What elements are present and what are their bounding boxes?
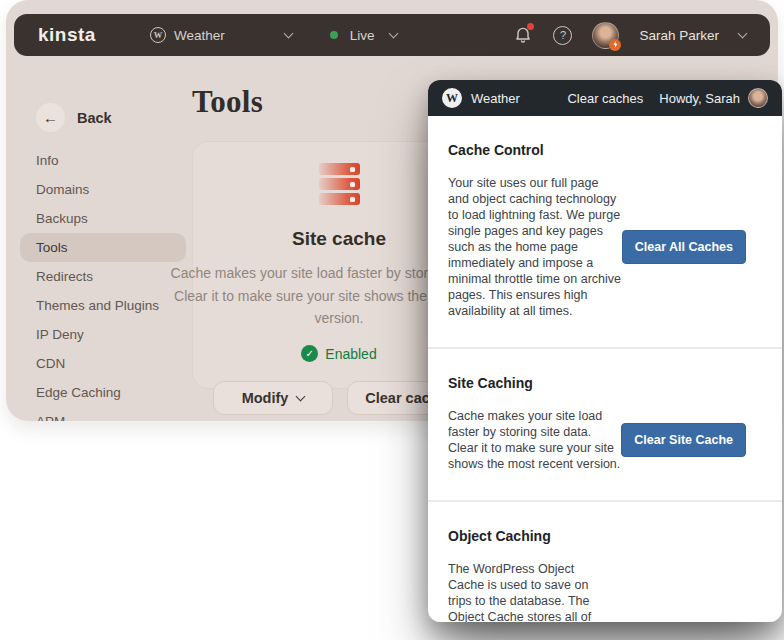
wp-clear-caches-menu[interactable]: Clear caches: [567, 91, 643, 106]
chevron-down-icon: [296, 392, 306, 402]
help-button[interactable]: ?: [553, 26, 572, 45]
site-switcher[interactable]: W Weather: [150, 27, 292, 43]
chevron-down-icon[interactable]: [738, 29, 748, 39]
back-arrow-icon: ←: [36, 103, 65, 132]
chevron-down-icon: [389, 29, 399, 39]
environment-switcher[interactable]: Live: [330, 28, 398, 43]
live-status-dot: [330, 31, 338, 39]
wp-greeting[interactable]: Howdy, Sarah: [659, 91, 740, 106]
user-name: Sarah Parker: [639, 28, 719, 43]
site-caching-section: Site Caching Cache makes your site load …: [428, 347, 782, 500]
check-icon: ✓: [301, 345, 318, 362]
page-title: Tools: [192, 84, 263, 120]
cache-control-section: Cache Control Your site uses our full pa…: [428, 116, 782, 347]
chevron-down-icon: [283, 29, 293, 39]
sidebar-item-cdn[interactable]: CDN: [20, 349, 186, 378]
status-label: Enabled: [325, 346, 376, 362]
section-title: Object Caching: [448, 528, 762, 544]
card-title: Site cache: [292, 228, 386, 250]
sidebar-item-backups[interactable]: Backups: [20, 204, 186, 233]
sidebar-item-tools[interactable]: Tools: [20, 233, 186, 262]
user-avatar[interactable]: [592, 22, 619, 49]
wp-user-avatar[interactable]: [748, 88, 768, 108]
environment-label: Live: [350, 28, 375, 43]
wordpress-icon: W: [150, 27, 166, 43]
kinsta-logo: kinsta: [38, 24, 96, 46]
wordpress-logo-icon[interactable]: W: [442, 88, 462, 108]
sidebar-item-edge-caching[interactable]: Edge Caching: [20, 378, 186, 407]
wp-site-name[interactable]: Weather: [471, 91, 520, 106]
section-body: The WordPress Object Cache is used to sa…: [448, 561, 605, 622]
section-body: Cache makes your site load faster by sto…: [448, 408, 621, 472]
section-title: Site Caching: [448, 375, 762, 391]
notifications-button[interactable]: [513, 25, 533, 45]
section-body: Your site uses our full page and object …: [448, 175, 622, 319]
back-label: Back: [77, 110, 112, 126]
back-button[interactable]: ← Back: [36, 103, 112, 132]
clear-site-cache-button[interactable]: Clear Site Cache: [621, 423, 746, 457]
wp-admin-bar: W Weather Clear caches Howdy, Sarah: [428, 80, 782, 116]
cache-server-icon: [319, 163, 360, 205]
clear-all-caches-button[interactable]: Clear All Caches: [622, 230, 746, 264]
top-navigation-bar: kinsta W Weather Live ? Sarah Parke: [14, 14, 770, 56]
sidebar-item-apm[interactable]: APM: [20, 407, 186, 421]
section-title: Cache Control: [448, 142, 762, 158]
site-name: Weather: [174, 28, 225, 43]
modify-label: Modify: [242, 390, 289, 406]
status-badge: ✓ Enabled: [301, 345, 376, 362]
avatar-badge-icon: [609, 39, 621, 51]
object-caching-section: Object Caching The WordPress Object Cach…: [428, 500, 782, 622]
modify-button[interactable]: Modify: [213, 381, 333, 415]
sidebar-item-domains[interactable]: Domains: [20, 175, 186, 204]
wordpress-admin-panel: W Weather Clear caches Howdy, Sarah Cach…: [428, 80, 782, 622]
sidebar-item-info[interactable]: Info: [20, 146, 186, 175]
